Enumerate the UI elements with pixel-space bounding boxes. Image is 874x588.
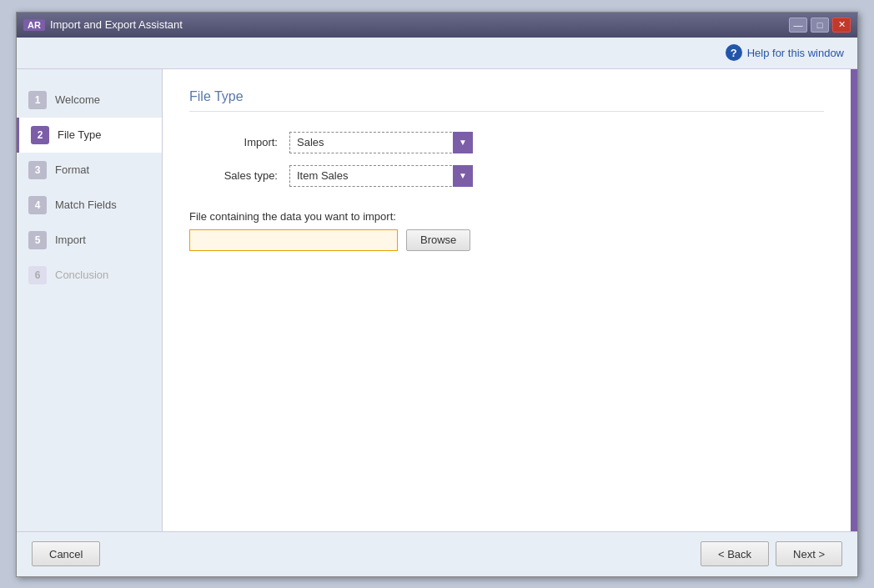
window-title: Import and Export Assistant xyxy=(50,18,183,31)
step-label-5: Import xyxy=(55,234,86,246)
next-button[interactable]: Next > xyxy=(776,541,842,566)
sidebar-item-filetype[interactable]: 2 File Type xyxy=(17,118,162,153)
help-text: Help for this window xyxy=(747,47,844,59)
import-select[interactable]: Sales Customers Vendors Products xyxy=(289,132,473,153)
step-number-3: 3 xyxy=(28,161,47,179)
sales-type-control: Item Sales Service Sales Non-inventory S… xyxy=(289,165,473,187)
sidebar-item-format[interactable]: 3 Format xyxy=(17,153,162,188)
help-icon: ? xyxy=(726,44,742,61)
step-label-2: File Type xyxy=(58,128,102,141)
sales-type-select-wrapper: Item Sales Service Sales Non-inventory S… xyxy=(289,165,473,187)
step-number-6: 6 xyxy=(28,266,47,284)
app-badge: AR xyxy=(23,19,45,31)
file-section: File containing the data you want to imp… xyxy=(189,210,824,251)
import-control: Sales Customers Vendors Products xyxy=(289,132,473,153)
file-input-row: Browse xyxy=(189,229,824,251)
browse-button[interactable]: Browse xyxy=(406,229,470,251)
main-window: AR Import and Export Assistant — □ ✕ ? H… xyxy=(16,12,858,577)
import-row: Import: Sales Customers Vendors Products xyxy=(189,132,824,153)
sidebar-item-import[interactable]: 5 Import xyxy=(17,223,162,258)
sidebar-item-conclusion: 6 Conclusion xyxy=(17,258,162,293)
main-content: File Type Import: Sales Customers Vendor… xyxy=(163,69,851,531)
section-title: File Type xyxy=(189,89,824,112)
close-button[interactable]: ✕ xyxy=(832,18,851,33)
title-bar-left: AR Import and Export Assistant xyxy=(23,18,183,31)
title-bar: AR Import and Export Assistant — □ ✕ xyxy=(17,13,857,38)
import-select-wrapper: Sales Customers Vendors Products xyxy=(289,132,473,153)
sidebar: 1 Welcome 2 File Type 3 Format 4 Match F… xyxy=(17,69,163,531)
help-bar: ? Help for this window xyxy=(17,38,857,69)
import-label: Import: xyxy=(189,136,289,148)
step-label-1: Welcome xyxy=(55,93,100,106)
step-number-4: 4 xyxy=(28,196,47,214)
help-link[interactable]: ? Help for this window xyxy=(726,44,844,61)
sales-type-row: Sales type: Item Sales Service Sales Non… xyxy=(189,165,824,187)
minimize-button[interactable]: — xyxy=(789,18,807,33)
step-number-5: 5 xyxy=(28,231,47,249)
cancel-button[interactable]: Cancel xyxy=(32,541,100,566)
sidebar-item-welcome[interactable]: 1 Welcome xyxy=(17,83,162,118)
sales-type-select[interactable]: Item Sales Service Sales Non-inventory S… xyxy=(289,165,473,187)
step-label-3: Format xyxy=(55,163,89,176)
step-label-4: Match Fields xyxy=(55,199,117,211)
step-label-6: Conclusion xyxy=(55,269,108,281)
window-controls: — □ ✕ xyxy=(789,18,851,33)
content-area: 1 Welcome 2 File Type 3 Format 4 Match F… xyxy=(17,69,857,531)
file-path-input[interactable] xyxy=(189,229,398,251)
file-label: File containing the data you want to imp… xyxy=(189,210,824,223)
sidebar-item-matchfields[interactable]: 4 Match Fields xyxy=(17,188,162,223)
step-number-1: 1 xyxy=(28,91,47,109)
step-number-2: 2 xyxy=(31,126,49,144)
right-accent-bar xyxy=(851,69,857,531)
footer: Cancel < Back Next > xyxy=(17,531,857,576)
back-button[interactable]: < Back xyxy=(701,541,769,566)
sales-type-label: Sales type: xyxy=(189,169,289,182)
maximize-button[interactable]: □ xyxy=(811,18,829,33)
footer-nav-buttons: < Back Next > xyxy=(701,541,842,566)
